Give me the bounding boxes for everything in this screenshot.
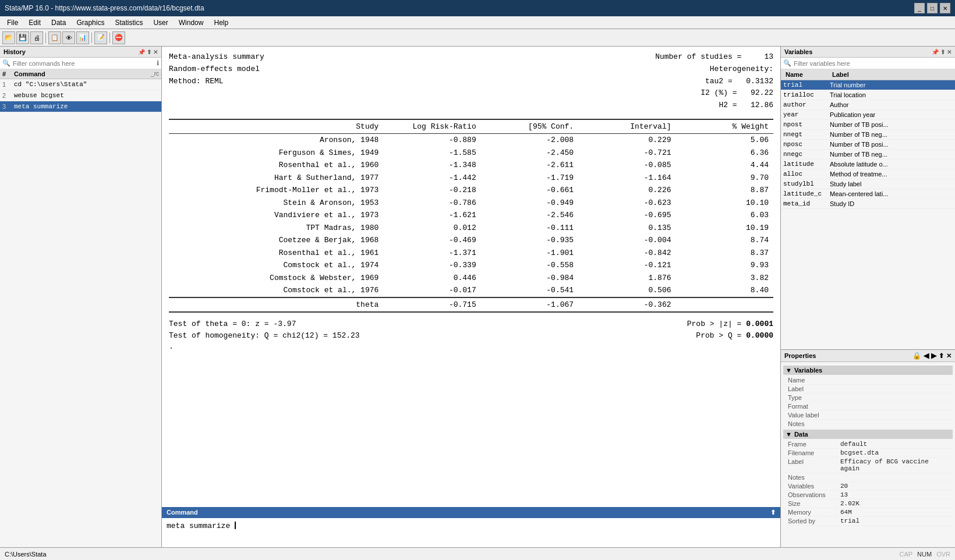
props-row: Framedefault <box>783 440 953 449</box>
ovr-indicator: OVR <box>936 551 950 558</box>
properties-panel: Properties 🔒 ◀ ▶ ⬆ ✕ ▼ Variables NameLab… <box>780 349 955 547</box>
table-row: Rosenthal et al., 1960 -1.348 -2.611 -0.… <box>169 159 773 172</box>
var-item[interactable]: latitudeAbsolute latitude o... <box>781 160 955 169</box>
menu-user[interactable]: User <box>148 17 172 28</box>
dofile-button[interactable]: 📝 <box>94 31 107 44</box>
props-row: Variables20 <box>783 482 953 491</box>
history-pin-icon[interactable]: 📌 <box>138 49 145 55</box>
col-header-study: Study <box>169 119 383 134</box>
properties-header: Properties 🔒 ◀ ▶ ⬆ ✕ <box>781 350 955 362</box>
properties-close-icon[interactable]: ✕ <box>946 352 952 360</box>
close-button[interactable]: ✕ <box>940 3 950 13</box>
lock-icon[interactable]: 🔒 <box>912 352 921 360</box>
history-col-num: # <box>2 70 14 77</box>
var-item[interactable]: allocMethod of treatme... <box>781 169 955 179</box>
col-header-ci-lo: [95% Conf. <box>481 119 578 134</box>
main-layout: History 📌 ⬆ ✕ 🔍 ℹ # Command _rc 1 cd "C:… <box>0 47 955 547</box>
var-item[interactable]: authorAuthor <box>781 100 955 110</box>
history-col-rc: _rc <box>151 70 159 77</box>
menu-bar: File Edit Data Graphics Statistics User … <box>0 16 955 29</box>
history-float-icon[interactable]: ⬆ <box>147 49 151 55</box>
col-header-lrr: Log Risk-Ratio <box>383 119 480 134</box>
history-item-selected[interactable]: 3 meta summarize <box>0 101 161 112</box>
properties-content: ▼ Variables NameLabelTypeFormatValue lab… <box>781 362 955 528</box>
history-search-icon: 🔍 <box>2 59 10 67</box>
var-item[interactable]: nnegtNumber of TB neg... <box>781 130 955 140</box>
variables-search-icon: 🔍 <box>783 59 791 67</box>
status-bar: C:\Users\Stata CAP NUM OVR <box>0 547 955 560</box>
graph-button[interactable]: 📊 <box>76 31 89 44</box>
menu-file[interactable]: File <box>2 17 23 28</box>
output-table: Study Log Risk-Ratio [95% Conf. Interval… <box>169 119 773 313</box>
var-item[interactable]: studylblStudy label <box>781 179 955 189</box>
table-row: Frimodt-Moller et al., 1973 -0.218 -0.66… <box>169 184 773 197</box>
table-row: Comstock et al., 1974 -0.339 -0.558 -0.1… <box>169 259 773 272</box>
var-item[interactable]: trialTrial number <box>781 80 955 90</box>
save-button[interactable]: 💾 <box>16 31 29 44</box>
command-panel-label: Command <box>167 509 198 516</box>
props-row: Type <box>783 394 953 402</box>
history-close-icon[interactable]: ✕ <box>153 49 158 55</box>
break-button[interactable]: ⛔ <box>112 31 125 44</box>
properties-controls[interactable]: 🔒 ◀ ▶ ⬆ ✕ <box>912 352 952 360</box>
output-scroll[interactable]: Meta-analysis summary Number of studies … <box>162 47 780 507</box>
print-button[interactable]: 🖨 <box>30 31 43 44</box>
viewer-button[interactable]: 👁 <box>62 31 75 44</box>
toolbar: 📂 💾 🖨 📋 👁 📊 📝 ⛔ <box>0 29 955 47</box>
properties-float-icon[interactable]: ⬆ <box>939 352 944 360</box>
num-indicator: NUM <box>917 551 932 558</box>
command-input-area[interactable]: meta summarize <box>162 518 780 547</box>
output-dot1: . <box>169 341 773 353</box>
title-bar: Stata/MP 16.0 - https://www.stata-press.… <box>0 0 955 16</box>
menu-data[interactable]: Data <box>47 17 70 28</box>
var-item[interactable]: latitude_cMean-centered lati... <box>781 189 955 199</box>
props-row: Memory64M <box>783 508 953 517</box>
props-row: LabelEfficacy of BCG vaccine again <box>783 458 953 473</box>
menu-statistics[interactable]: Statistics <box>110 17 147 28</box>
variables-title: Variables <box>784 48 812 55</box>
output-test-theta: Test of theta = 0: z = -3.97 Prob > |z| … <box>169 318 773 330</box>
history-controls[interactable]: 📌 ⬆ ✕ <box>138 49 158 55</box>
variables-pin-icon[interactable]: 📌 <box>932 49 939 55</box>
window-controls[interactable]: _ □ ✕ <box>914 3 950 13</box>
var-item[interactable]: yearPublication year <box>781 110 955 120</box>
var-item[interactable]: nnegcNumber of TB neg... <box>781 150 955 160</box>
variables-section-label: Variables <box>794 367 822 374</box>
props-row: Label <box>783 385 953 394</box>
history-item[interactable]: 1 cd "C:\Users\Stata" <box>0 79 161 90</box>
table-row: Hart & Sutherland, 1977 -1.442 -1.719 -1… <box>169 172 773 185</box>
toolbar-sep3 <box>109 33 110 43</box>
var-item[interactable]: nposcNumber of TB posi... <box>781 140 955 150</box>
history-search-input[interactable] <box>13 60 157 67</box>
var-item[interactable]: meta_idStudy ID <box>781 199 955 209</box>
minimize-button[interactable]: _ <box>914 3 925 13</box>
history-col-cmd: Command <box>14 70 151 77</box>
variables-float-icon[interactable]: ⬆ <box>940 49 945 55</box>
command-panel-header: Command ⬆ <box>162 507 780 518</box>
variables-controls[interactable]: 📌 ⬆ ✕ <box>932 49 952 55</box>
history-item[interactable]: 2 webuse bcgset <box>0 90 161 101</box>
command-panel-icon: ⬆ <box>770 509 776 516</box>
maximize-button[interactable]: □ <box>927 3 938 13</box>
menu-window[interactable]: Window <box>174 17 208 28</box>
app-title: Stata/MP 16.0 - https://www.stata-press.… <box>5 4 204 12</box>
menu-graphics[interactable]: Graphics <box>72 17 109 28</box>
var-item[interactable]: triallocTrial location <box>781 90 955 100</box>
menu-help[interactable]: Help <box>209 17 233 28</box>
table-row: Aronson, 1948 -0.889 -2.008 0.229 5.06 <box>169 134 773 147</box>
menu-edit[interactable]: Edit <box>24 17 45 28</box>
variables-section[interactable]: ▼ Variables <box>783 366 953 375</box>
data-section[interactable]: ▼ Data <box>783 430 953 439</box>
col-name: Name <box>783 70 830 79</box>
log-button[interactable]: 📋 <box>48 31 61 44</box>
variables-search-input[interactable] <box>794 60 953 67</box>
open-button[interactable]: 📂 <box>2 31 15 44</box>
output-area: Meta-analysis summary Number of studies … <box>162 47 780 547</box>
variables-close-icon[interactable]: ✕ <box>947 49 952 55</box>
output-tau2: tau2 = 0.3132 <box>705 76 773 88</box>
history-list: 1 cd "C:\Users\Stata" 2 webuse bcgset 3 … <box>0 79 161 547</box>
back-icon[interactable]: ◀ <box>924 352 929 360</box>
var-item[interactable]: npostNumber of TB posi... <box>781 120 955 130</box>
forward-icon[interactable]: ▶ <box>931 352 936 360</box>
table-row: TPT Madras, 1980 0.012 -0.111 0.135 10.1… <box>169 222 773 235</box>
